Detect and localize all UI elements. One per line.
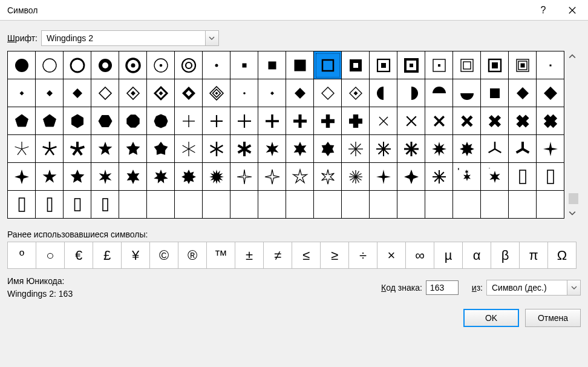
symbol-cell[interactable]	[175, 191, 203, 219]
help-button[interactable]: ?	[529, 0, 558, 21]
symbol-cell[interactable]	[258, 163, 286, 191]
recent-symbol-cell[interactable]: α	[463, 242, 491, 269]
symbol-cell[interactable]	[537, 163, 564, 191]
symbol-cell[interactable]	[537, 51, 564, 79]
symbol-cell[interactable]	[8, 163, 36, 191]
symbol-cell[interactable]	[36, 51, 64, 79]
scroll-up-button[interactable]	[567, 51, 578, 62]
recent-symbols[interactable]: º○€£¥©®™±≠≤≥÷×∞µαβπΩ	[7, 242, 577, 269]
symbol-cell[interactable]	[509, 79, 537, 107]
symbol-cell[interactable]	[147, 163, 175, 191]
symbol-cell[interactable]	[230, 79, 258, 107]
cancel-button[interactable]: Отмена	[525, 309, 581, 327]
symbol-cell[interactable]	[314, 191, 342, 219]
recent-symbol-cell[interactable]: ©	[150, 242, 178, 269]
symbol-cell[interactable]	[481, 135, 509, 163]
symbol-cell[interactable]	[509, 51, 537, 79]
recent-symbol-cell[interactable]: ∞	[406, 242, 434, 269]
symbol-cell[interactable]	[8, 51, 36, 79]
symbol-cell[interactable]	[370, 163, 397, 191]
symbol-cell[interactable]	[8, 191, 36, 219]
symbol-cell[interactable]	[370, 191, 397, 219]
symbol-cell[interactable]	[286, 79, 314, 107]
symbol-cell[interactable]	[509, 107, 537, 135]
symbol-cell[interactable]	[175, 107, 203, 135]
symbol-cell[interactable]	[453, 191, 481, 219]
symbol-cell[interactable]	[397, 163, 425, 191]
symbol-cell[interactable]	[342, 135, 370, 163]
symbol-cell[interactable]	[537, 79, 564, 107]
symbol-cell[interactable]	[397, 191, 425, 219]
symbol-cell[interactable]	[481, 163, 509, 191]
symbol-cell[interactable]	[36, 79, 64, 107]
symbol-cell[interactable]	[537, 191, 564, 219]
symbol-cell[interactable]	[64, 51, 91, 79]
symbol-cell[interactable]	[91, 191, 119, 219]
symbol-cell[interactable]	[425, 191, 453, 219]
symbol-cell[interactable]	[453, 79, 481, 107]
symbol-cell[interactable]	[119, 191, 147, 219]
from-dropdown-button[interactable]	[567, 280, 580, 295]
symbol-cell[interactable]	[425, 51, 453, 79]
symbol-cell[interactable]	[147, 51, 175, 79]
recent-symbol-cell[interactable]: β	[491, 242, 520, 269]
symbol-cell[interactable]	[91, 163, 119, 191]
symbol-cell[interactable]	[342, 107, 370, 135]
symbol-cell[interactable]	[119, 135, 147, 163]
symbol-cell[interactable]	[453, 135, 481, 163]
symbol-cell[interactable]	[314, 135, 342, 163]
scroll-thumb[interactable]	[569, 193, 578, 204]
symbol-cell[interactable]	[8, 135, 36, 163]
symbol-cell[interactable]	[258, 107, 286, 135]
recent-symbol-cell[interactable]: Ω	[548, 242, 577, 269]
symbol-grid[interactable]	[7, 51, 564, 219]
symbol-cell[interactable]	[425, 163, 453, 191]
symbol-cell[interactable]	[286, 163, 314, 191]
symbol-cell[interactable]	[175, 163, 203, 191]
recent-symbol-cell[interactable]: µ	[434, 242, 463, 269]
code-input[interactable]	[426, 280, 459, 295]
symbol-cell[interactable]	[64, 79, 91, 107]
symbol-cell[interactable]	[230, 51, 258, 79]
symbol-cell[interactable]	[203, 135, 230, 163]
symbol-cell[interactable]	[425, 135, 453, 163]
recent-symbol-cell[interactable]: ±	[235, 242, 264, 269]
symbol-cell[interactable]	[230, 107, 258, 135]
symbol-cell[interactable]	[91, 135, 119, 163]
symbol-cell[interactable]	[258, 191, 286, 219]
symbol-cell[interactable]	[286, 135, 314, 163]
recent-symbol-cell[interactable]: ®	[178, 242, 207, 269]
symbol-cell[interactable]	[64, 107, 91, 135]
symbol-cell[interactable]	[119, 163, 147, 191]
scroll-down-button[interactable]	[567, 208, 578, 219]
recent-symbol-cell[interactable]: ≠	[264, 242, 292, 269]
symbol-cell[interactable]	[342, 163, 370, 191]
symbol-cell[interactable]	[203, 163, 230, 191]
recent-symbol-cell[interactable]: ≥	[321, 242, 349, 269]
symbol-cell[interactable]	[314, 163, 342, 191]
recent-symbol-cell[interactable]: €	[65, 242, 93, 269]
symbol-cell[interactable]	[314, 51, 342, 79]
symbol-cell[interactable]	[481, 51, 509, 79]
symbol-cell[interactable]	[8, 79, 36, 107]
recent-symbol-cell[interactable]: º	[8, 242, 36, 269]
symbol-cell[interactable]	[397, 135, 425, 163]
symbol-cell[interactable]	[203, 191, 230, 219]
symbol-cell[interactable]	[258, 135, 286, 163]
from-combobox[interactable]: Символ (дес.)	[486, 280, 581, 296]
symbol-cell[interactable]	[453, 51, 481, 79]
close-button[interactable]	[558, 0, 587, 21]
symbol-cell[interactable]	[91, 51, 119, 79]
font-combobox[interactable]: Wingdings 2	[41, 30, 219, 46]
recent-symbol-cell[interactable]: ¥	[122, 242, 150, 269]
symbol-cell[interactable]	[342, 79, 370, 107]
symbol-cell[interactable]	[203, 107, 230, 135]
symbol-cell[interactable]	[91, 107, 119, 135]
symbol-cell[interactable]	[64, 135, 91, 163]
symbol-cell[interactable]	[370, 107, 397, 135]
symbol-cell[interactable]	[481, 191, 509, 219]
symbol-cell[interactable]	[230, 191, 258, 219]
grid-scrollbar[interactable]	[567, 51, 579, 219]
symbol-cell[interactable]	[258, 51, 286, 79]
symbol-cell[interactable]	[36, 163, 64, 191]
